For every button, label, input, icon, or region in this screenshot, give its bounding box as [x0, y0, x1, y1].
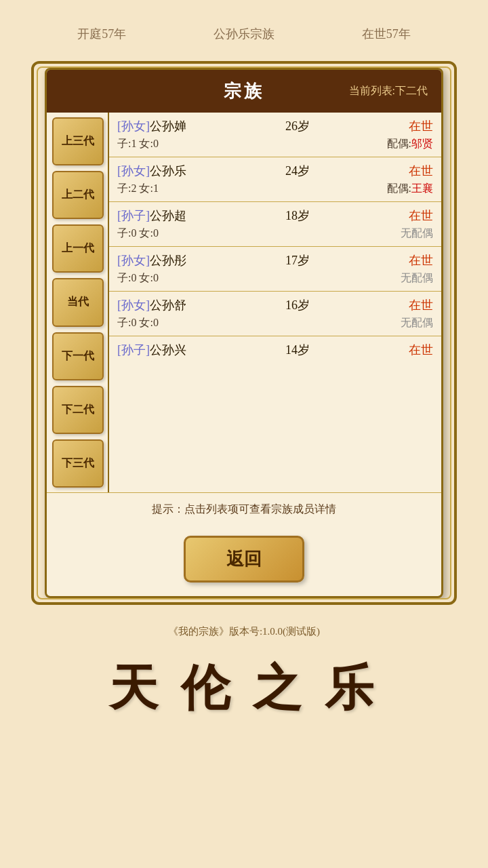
member-status: 在世	[409, 252, 433, 269]
gen-tab-xia1[interactable]: 下一代	[52, 332, 104, 380]
list-item[interactable]: [孙子]公孙超 18岁 在世 子:0 女:0 无配偶	[109, 202, 441, 247]
list-item[interactable]: [孙女]公孙彤 17岁 在世 子:0 女:0 无配偶	[109, 247, 441, 292]
gen-tab-dang[interactable]: 当代	[52, 278, 104, 326]
member-role-tag: [孙子]	[117, 209, 150, 222]
member-name: [孙子]公孙兴	[117, 342, 186, 358]
member-children: 子:0 女:0	[117, 226, 159, 241]
member-no-spouse: 无配偶	[401, 271, 433, 285]
main-container: 开庭57年 公孙乐宗族 在世57年 宗族 当前列表:下二代 上三代 上二代	[20, 0, 468, 642]
member-name: [孙女]公孙乐	[117, 163, 186, 179]
member-status: 在世	[409, 342, 433, 358]
gen-tab-xia2[interactable]: 下二代	[52, 386, 104, 434]
gen-tab-shang3[interactable]: 上三代	[52, 117, 104, 165]
outer-frame: 宗族 当前列表:下二代 上三代 上二代 上一代 当代 下一代 下二代 下三代	[31, 61, 457, 605]
gen-tab-shang2[interactable]: 上二代	[52, 171, 104, 219]
member-role-tag: [孙子]	[117, 343, 150, 357]
member-name: [孙女]公孙彤	[117, 252, 186, 269]
list-item[interactable]: [孙女]公孙婵 26岁 在世 子:1 女:0 配偶:邬贤	[109, 113, 441, 157]
member-role-tag: [孙女]	[117, 119, 150, 133]
panel-current-list: 当前列表:下二代	[349, 84, 428, 98]
member-status: 在世	[409, 163, 433, 179]
member-children: 子:2 女:1	[117, 182, 159, 196]
member-spouse: 配偶:王襄	[387, 182, 433, 196]
member-age: 18岁	[285, 208, 310, 224]
top-item-3: 在世57年	[362, 26, 411, 42]
member-children: 子:0 女:0	[117, 271, 159, 285]
panel-title: 宗族	[224, 79, 264, 103]
member-age: 26岁	[285, 118, 310, 134]
inner-border: 宗族 当前列表:下二代 上三代 上二代 上一代 当代 下一代 下二代 下三代	[37, 66, 451, 599]
member-age: 24岁	[285, 163, 310, 179]
bottom-title: 天 伦 之 乐	[0, 642, 488, 728]
top-item-1: 开庭57年	[77, 26, 126, 42]
list-item[interactable]: [孙女]公孙舒 16岁 在世 子:0 女:0 无配偶	[109, 292, 441, 336]
member-role-tag: [孙女]	[117, 298, 150, 312]
top-item-2: 公孙乐宗族	[214, 26, 274, 42]
hint-text: 提示：点击列表项可查看宗族成员详情	[47, 492, 441, 526]
return-btn-container: 返回	[47, 526, 441, 596]
return-button[interactable]: 返回	[184, 536, 304, 583]
member-children: 子:0 女:0	[117, 316, 159, 330]
generation-sidebar: 上三代 上二代 上一代 当代 下一代 下二代 下三代	[47, 113, 108, 492]
list-item[interactable]: [孙子]公孙兴 14岁 在世	[109, 336, 441, 366]
member-age: 17岁	[285, 252, 310, 269]
member-name: [孙女]公孙舒	[117, 297, 186, 313]
gen-tab-shang1[interactable]: 上一代	[52, 224, 104, 273]
list-item[interactable]: [孙女]公孙乐 24岁 在世 子:2 女:1 配偶:王襄	[109, 157, 441, 202]
panel-header: 宗族 当前列表:下二代	[47, 70, 441, 113]
member-children: 子:1 女:0	[117, 137, 159, 151]
version-text: 《我的宗族》版本号:1.0.0(测试版)	[20, 618, 468, 642]
member-status: 在世	[409, 297, 433, 313]
gen-tab-xia3[interactable]: 下三代	[52, 439, 104, 488]
content-area: 上三代 上二代 上一代 当代 下一代 下二代 下三代 [孙女]公孙婵	[47, 113, 441, 492]
member-name: [孙子]公孙超	[117, 208, 186, 224]
member-list[interactable]: [孙女]公孙婵 26岁 在世 子:1 女:0 配偶:邬贤 [孙女]公孙乐 24岁…	[108, 113, 441, 492]
member-age: 14岁	[285, 342, 310, 358]
member-status: 在世	[409, 118, 433, 134]
member-name: [孙女]公孙婵	[117, 118, 186, 134]
member-role-tag: [孙女]	[117, 254, 150, 267]
clan-panel: 宗族 当前列表:下二代 上三代 上二代 上一代 当代 下一代 下二代 下三代	[45, 68, 443, 598]
member-age: 16岁	[285, 297, 310, 313]
top-strip: 开庭57年 公孙乐宗族 在世57年	[20, 20, 468, 47]
member-no-spouse: 无配偶	[401, 316, 433, 330]
member-no-spouse: 无配偶	[401, 226, 433, 241]
member-status: 在世	[409, 208, 433, 224]
member-spouse: 配偶:邬贤	[387, 137, 433, 151]
member-role-tag: [孙女]	[117, 164, 150, 178]
